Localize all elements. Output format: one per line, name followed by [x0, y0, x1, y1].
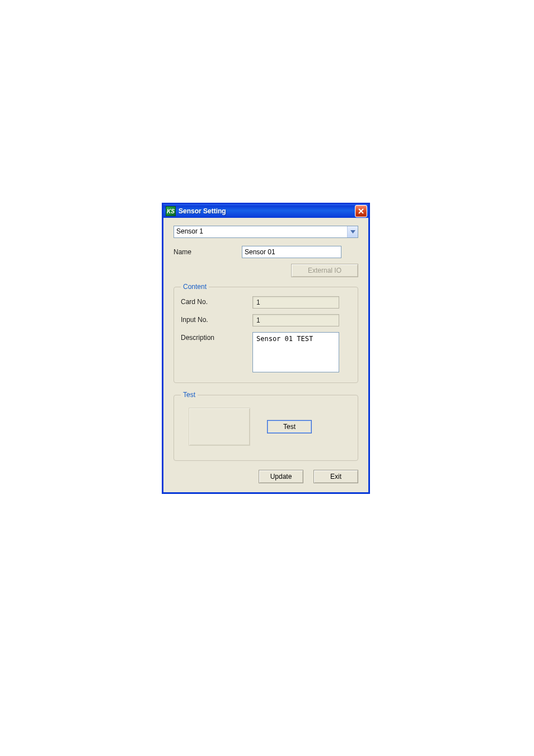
input-no-field[interactable] — [252, 314, 339, 326]
test-box: Test — [181, 404, 351, 450]
test-button[interactable]: Test — [267, 420, 312, 433]
external-io-button[interactable]: External IO — [291, 264, 358, 277]
name-row: Name — [174, 246, 358, 258]
content-legend: Content — [181, 283, 209, 291]
input-no-label: Input No. — [181, 314, 252, 324]
app-icon: KS — [166, 206, 176, 216]
description-input[interactable] — [252, 332, 339, 372]
sensor-setting-window: KS Sensor Setting Sensor 1 Name External… — [162, 203, 370, 494]
update-button[interactable]: Update — [259, 470, 303, 483]
sensor-select[interactable]: Sensor 1 — [174, 226, 358, 238]
client-area: Sensor 1 Name External IO Content Card N… — [163, 218, 368, 492]
name-input[interactable] — [242, 246, 341, 258]
input-no-row: Input No. — [181, 314, 351, 326]
window-title: Sensor Setting — [179, 207, 355, 215]
content-group: Content Card No. Input No. Description — [174, 283, 358, 383]
chevron-down-icon — [347, 226, 358, 237]
app-icon-glyph: KS — [167, 208, 175, 214]
titlebar: KS Sensor Setting — [163, 204, 368, 218]
sensor-selector-row: Sensor 1 — [174, 226, 358, 238]
card-no-row: Card No. — [181, 296, 351, 309]
test-preview — [189, 408, 250, 446]
close-button[interactable] — [355, 205, 367, 217]
svg-marker-2 — [350, 230, 355, 234]
test-legend: Test — [181, 391, 198, 399]
exit-button[interactable]: Exit — [313, 470, 358, 483]
card-no-label: Card No. — [181, 296, 252, 306]
close-icon — [358, 208, 364, 214]
test-group: Test Test — [174, 391, 358, 461]
footer: Update Exit — [174, 469, 358, 483]
name-label: Name — [174, 248, 242, 256]
sensor-select-value: Sensor 1 — [174, 226, 358, 238]
description-row: Description — [181, 332, 351, 372]
description-label: Description — [181, 332, 252, 342]
card-no-field[interactable] — [252, 296, 339, 309]
